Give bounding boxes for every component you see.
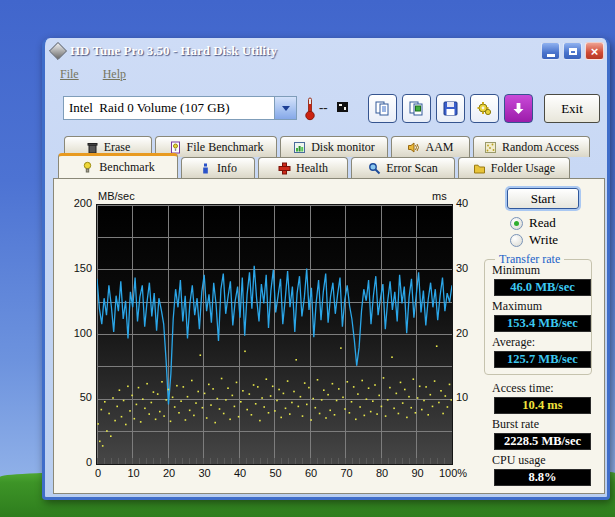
read-radio-label: Read: [529, 215, 556, 231]
tick-label: 200: [56, 197, 92, 209]
burst-rate-value: 2228.5 MB/sec: [494, 433, 591, 450]
maximum-value: 153.4 MB/sec: [494, 315, 591, 332]
menu-help[interactable]: Help: [103, 67, 126, 82]
copy-text-button[interactable]: [368, 94, 397, 123]
tick-label: 80: [368, 467, 396, 479]
tick-label: 70: [333, 467, 361, 479]
desktop-background: HD Tune Pro 3.50 - Hard Disk Utility × F…: [0, 0, 615, 517]
minimum-label: Minimum: [492, 263, 540, 278]
start-button[interactable]: Start: [507, 188, 579, 209]
right-axis-unit: ms: [432, 190, 447, 202]
tab-label: AAM: [425, 140, 453, 155]
tab-label: Random Access: [502, 140, 579, 155]
tab-random-access[interactable]: Random Access: [473, 136, 590, 157]
tab-row-front: Benchmark Info Health Error Scan Folder …: [58, 157, 570, 178]
write-radio-label: Write: [529, 232, 558, 248]
tab-aam[interactable]: AAM: [391, 136, 470, 157]
maximize-button[interactable]: [563, 42, 582, 60]
random-access-icon: [484, 141, 497, 154]
tab-label: Info: [217, 161, 237, 176]
read-radio[interactable]: [510, 217, 523, 230]
toolbar-buttons: Exit: [368, 94, 600, 123]
app-icon: [49, 42, 67, 60]
access-time-value: 10.4 ms: [494, 397, 591, 414]
tab-label: Disk monitor: [311, 140, 375, 155]
tab-label: Health: [296, 161, 328, 176]
tab-label: Folder Usage: [491, 161, 555, 176]
read-radio-row[interactable]: Read: [510, 215, 556, 231]
tick-label: 0: [84, 467, 112, 479]
tick-label: 40: [456, 197, 468, 209]
tab-health[interactable]: Health: [258, 157, 348, 178]
average-label: Average:: [492, 335, 535, 350]
burst-rate-label: Burst rate: [492, 417, 539, 432]
close-button[interactable]: ×: [585, 42, 604, 60]
info-icon: [199, 162, 212, 175]
radio-selected-dot: [514, 221, 519, 226]
options-button[interactable]: [470, 94, 499, 123]
tick-label: 50: [262, 467, 290, 479]
window-title: HD Tune Pro 3.50 - Hard Disk Utility: [70, 43, 538, 59]
thermometer-icon: [304, 96, 316, 121]
minimize-button[interactable]: [541, 42, 560, 60]
bulb-icon: [81, 161, 94, 174]
exit-button[interactable]: Exit: [544, 94, 600, 123]
copy-image-button[interactable]: [402, 94, 431, 123]
drive-select-value: Intel Raid 0 Volume (107 GB): [64, 100, 274, 116]
benchmark-plot: [96, 204, 453, 465]
save-icon: [442, 100, 459, 117]
maximum-label: Maximum: [492, 299, 542, 314]
file-benchmark-icon: [169, 141, 182, 154]
minimize-icon: [547, 54, 555, 57]
update-button[interactable]: [504, 94, 533, 123]
tick-label: 150: [56, 262, 92, 274]
cpu-usage-label: CPU usage: [492, 453, 546, 468]
tick-label: 20: [456, 327, 468, 339]
copy-text-icon: [374, 100, 391, 117]
tick-label: 40: [226, 467, 254, 479]
update-icon: [511, 101, 526, 116]
tick-label: 100%: [439, 467, 467, 479]
trash-icon: [86, 141, 99, 154]
chevron-down-icon: [282, 106, 290, 111]
toolbar: Intel Raid 0 Volume (107 GB) --: [48, 84, 604, 134]
magnifier-icon: [368, 162, 381, 175]
maximize-icon: [569, 48, 577, 55]
menu-file[interactable]: File: [60, 67, 79, 82]
title-bar[interactable]: HD Tune Pro 3.50 - Hard Disk Utility ×: [42, 38, 610, 64]
left-axis-unit: MB/sec: [98, 190, 135, 202]
tab-folder-usage[interactable]: Folder Usage: [458, 157, 570, 178]
disk-monitor-icon: [293, 141, 306, 154]
average-value: 125.7 MB/sec: [494, 351, 591, 368]
tick-label: 30: [456, 262, 468, 274]
menu-bar: File Help: [48, 64, 604, 84]
window-client-area: File Help Intel Raid 0 Volume (107 GB) -…: [48, 64, 604, 494]
tab-info[interactable]: Info: [181, 157, 255, 178]
tick-label: 60: [297, 467, 325, 479]
health-icon: [278, 162, 291, 175]
disk-health-icon: [336, 100, 350, 114]
tab-benchmark[interactable]: Benchmark: [58, 153, 178, 178]
tab-label: Error Scan: [386, 161, 438, 176]
tick-label: 100: [56, 327, 92, 339]
benchmark-panel: MB/sec ms 200150100500 40302010 01020304…: [53, 178, 605, 494]
speaker-icon: [407, 141, 420, 154]
save-button[interactable]: [436, 94, 465, 123]
write-radio-row[interactable]: Write: [510, 232, 558, 248]
tab-disk-monitor[interactable]: Disk monitor: [280, 136, 388, 157]
tick-label: 90: [404, 467, 432, 479]
close-icon: ×: [591, 45, 599, 58]
folder-icon: [473, 162, 486, 175]
tab-label: Benchmark: [99, 160, 154, 175]
tab-label: File Benchmark: [187, 140, 264, 155]
drive-select-dropdown-button[interactable]: [274, 97, 296, 119]
write-radio[interactable]: [510, 234, 523, 247]
copy-image-icon: [408, 100, 425, 117]
benchmark-chart: [97, 205, 452, 464]
access-time-label: Access time:: [492, 381, 554, 396]
hdtune-window: HD Tune Pro 3.50 - Hard Disk Utility × F…: [42, 38, 610, 500]
options-icon: [476, 100, 493, 117]
tick-label: 50: [56, 391, 92, 403]
drive-select[interactable]: Intel Raid 0 Volume (107 GB): [63, 96, 297, 120]
tab-error-scan[interactable]: Error Scan: [351, 157, 455, 178]
